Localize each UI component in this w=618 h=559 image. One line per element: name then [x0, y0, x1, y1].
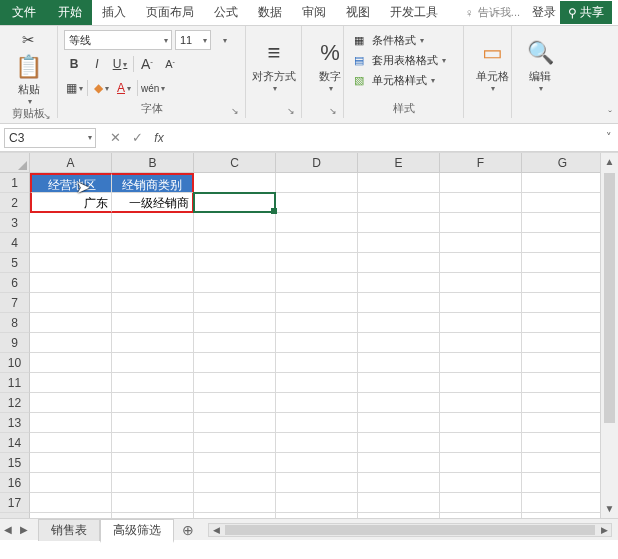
cell-F7[interactable] [440, 293, 522, 313]
increase-font-icon[interactable]: Aˆ [137, 54, 157, 74]
cell-styles-button[interactable]: ▧ 单元格样式 ▾ [350, 70, 457, 90]
tab-formulas[interactable]: 公式 [204, 0, 248, 25]
cell-F14[interactable] [440, 433, 522, 453]
cell-C7[interactable] [194, 293, 276, 313]
cell-G2[interactable] [522, 193, 604, 213]
cell-B6[interactable] [112, 273, 194, 293]
cell-D2[interactable] [276, 193, 358, 213]
cell-C10[interactable] [194, 353, 276, 373]
cell-G17[interactable] [522, 493, 604, 513]
cell-D16[interactable] [276, 473, 358, 493]
cell-D11[interactable] [276, 373, 358, 393]
cell-F5[interactable] [440, 253, 522, 273]
sheet-nav-prev-icon[interactable]: ◀ [0, 524, 16, 535]
scroll-right-icon[interactable]: ▶ [597, 524, 611, 536]
cell-E8[interactable] [358, 313, 440, 333]
cell-F1[interactable] [440, 173, 522, 193]
cell-A10[interactable] [30, 353, 112, 373]
share-button[interactable]: ⚲ 共享 [560, 1, 612, 24]
cut-icon[interactable]: ✂ [19, 30, 39, 50]
row-header[interactable]: 18 [0, 513, 30, 518]
font-size-select[interactable]: 11 [175, 30, 211, 50]
sheet-tab-sales[interactable]: 销售表 [38, 519, 100, 541]
cell-A11[interactable] [30, 373, 112, 393]
cell-F16[interactable] [440, 473, 522, 493]
row-header[interactable]: 4 [0, 233, 30, 253]
cell-G11[interactable] [522, 373, 604, 393]
cell-A14[interactable] [30, 433, 112, 453]
cell-D3[interactable] [276, 213, 358, 233]
formula-input[interactable] [170, 128, 600, 148]
cell-B16[interactable] [112, 473, 194, 493]
horizontal-scrollbar[interactable]: ◀ ▶ [208, 523, 612, 537]
cell-A5[interactable] [30, 253, 112, 273]
cell-A4[interactable] [30, 233, 112, 253]
cell-E7[interactable] [358, 293, 440, 313]
conditional-format-button[interactable]: ▦ 条件格式 ▾ [350, 30, 457, 50]
row-header[interactable]: 12 [0, 393, 30, 413]
cell-F17[interactable] [440, 493, 522, 513]
column-header[interactable]: D [276, 153, 358, 173]
cell-A3[interactable] [30, 213, 112, 233]
collapse-ribbon-icon[interactable]: ˇ [608, 109, 612, 121]
expand-formula-bar-icon[interactable]: ˅ [600, 131, 618, 144]
font-color-button[interactable]: A [114, 78, 134, 98]
cell-F2[interactable] [440, 193, 522, 213]
cell-C5[interactable] [194, 253, 276, 273]
cell-B11[interactable] [112, 373, 194, 393]
border-button[interactable]: ▦ [64, 78, 84, 98]
cell-E3[interactable] [358, 213, 440, 233]
cell-F12[interactable] [440, 393, 522, 413]
cell-A6[interactable] [30, 273, 112, 293]
cell-C17[interactable] [194, 493, 276, 513]
scroll-up-icon[interactable]: ▲ [601, 153, 618, 171]
column-header[interactable]: E [358, 153, 440, 173]
cell-B7[interactable] [112, 293, 194, 313]
cell-E18[interactable] [358, 513, 440, 518]
cell-A2[interactable]: 广东 [30, 193, 112, 213]
cell-C11[interactable] [194, 373, 276, 393]
cells-button[interactable]: ▭ 单元格 [470, 30, 514, 100]
cell-G7[interactable] [522, 293, 604, 313]
format-as-table-button[interactable]: ▤ 套用表格格式 ▾ [350, 50, 457, 70]
cell-C13[interactable] [194, 413, 276, 433]
cell-F6[interactable] [440, 273, 522, 293]
cell-E10[interactable] [358, 353, 440, 373]
cell-G15[interactable] [522, 453, 604, 473]
cell-A1[interactable]: 经营地区 [30, 173, 112, 193]
tell-me-input[interactable]: 告诉我... [478, 5, 520, 20]
cell-F10[interactable] [440, 353, 522, 373]
column-header[interactable]: C [194, 153, 276, 173]
italic-button[interactable]: I [87, 54, 107, 74]
cell-A13[interactable] [30, 413, 112, 433]
cell-B18[interactable] [112, 513, 194, 518]
cell-B10[interactable] [112, 353, 194, 373]
login-link[interactable]: 登录 [532, 4, 556, 21]
scroll-down-icon[interactable]: ▼ [601, 500, 618, 518]
cell-G4[interactable] [522, 233, 604, 253]
column-header[interactable]: G [522, 153, 604, 173]
tab-developer[interactable]: 开发工具 [380, 0, 448, 25]
enter-formula-icon[interactable]: ✓ [126, 130, 148, 145]
cell-D15[interactable] [276, 453, 358, 473]
tab-view[interactable]: 视图 [336, 0, 380, 25]
row-header[interactable]: 16 [0, 473, 30, 493]
dialog-launcher-icon[interactable]: ↘ [329, 106, 337, 116]
cell-E9[interactable] [358, 333, 440, 353]
tab-file[interactable]: 文件 [0, 0, 48, 25]
row-header[interactable]: 1 [0, 173, 30, 193]
paste-button[interactable]: 📋 粘贴 [9, 52, 49, 106]
cell-B5[interactable] [112, 253, 194, 273]
cell-E12[interactable] [358, 393, 440, 413]
cell-D8[interactable] [276, 313, 358, 333]
dialog-launcher-icon[interactable]: ↘ [43, 111, 51, 121]
cell-E15[interactable] [358, 453, 440, 473]
cell-F9[interactable] [440, 333, 522, 353]
cell-A17[interactable] [30, 493, 112, 513]
cell-F15[interactable] [440, 453, 522, 473]
cell-E6[interactable] [358, 273, 440, 293]
cell-A8[interactable] [30, 313, 112, 333]
row-header[interactable]: 8 [0, 313, 30, 333]
cell-E16[interactable] [358, 473, 440, 493]
cell-G3[interactable] [522, 213, 604, 233]
